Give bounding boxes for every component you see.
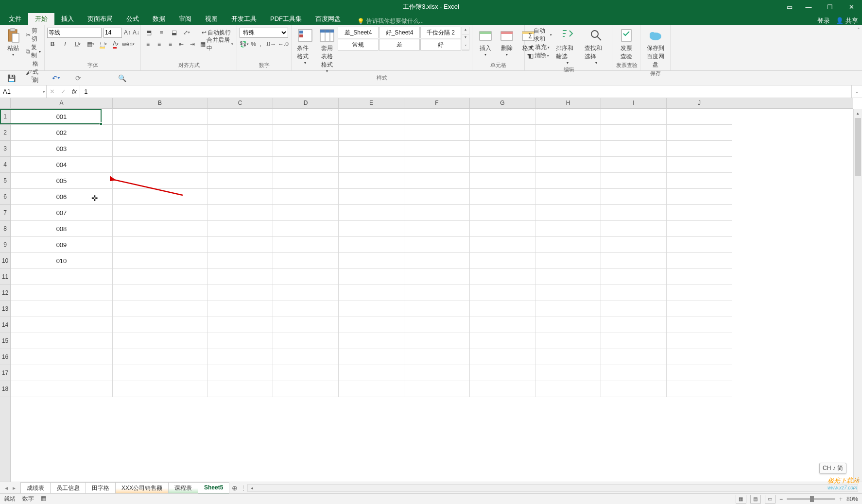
percent-format-icon[interactable]: % xyxy=(251,39,256,50)
cell-B16[interactable] xyxy=(113,349,207,365)
cell-E18[interactable] xyxy=(339,381,404,397)
cell-D9[interactable] xyxy=(273,237,339,253)
cell-E17[interactable] xyxy=(339,365,404,381)
cell-C7[interactable] xyxy=(207,205,273,221)
cell-J3[interactable] xyxy=(667,141,732,157)
cell-H8[interactable] xyxy=(535,221,601,237)
cell-D13[interactable] xyxy=(273,301,339,317)
cell-I2[interactable] xyxy=(601,125,667,141)
row-header-9[interactable]: 9 xyxy=(0,237,10,253)
cell-E10[interactable] xyxy=(339,253,404,269)
namebox-dropdown-icon[interactable]: ▾ xyxy=(43,89,45,94)
cell-E1[interactable] xyxy=(339,109,404,125)
cell-I17[interactable] xyxy=(601,365,667,381)
cell-E5[interactable] xyxy=(339,173,404,189)
sheet-nav[interactable]: ◂▸ xyxy=(0,485,20,491)
expand-formula-bar-icon[interactable]: ⌄ xyxy=(851,85,862,98)
cell-H2[interactable] xyxy=(535,125,601,141)
cell-E11[interactable] xyxy=(339,269,404,285)
cell-C16[interactable] xyxy=(207,349,273,365)
normal-view-button[interactable]: ▦ xyxy=(736,495,746,504)
cell-A16[interactable] xyxy=(11,349,113,365)
scroll-thumb[interactable] xyxy=(855,118,861,176)
cell-E6[interactable] xyxy=(339,189,404,205)
cell-F17[interactable] xyxy=(404,365,470,381)
cell-C3[interactable] xyxy=(207,141,273,157)
cell-J7[interactable] xyxy=(667,205,732,221)
cell-H18[interactable] xyxy=(535,381,601,397)
cell-I5[interactable] xyxy=(601,173,667,189)
styles-gallery-scroll[interactable]: ▴▾⌄ xyxy=(462,27,469,50)
cell-H3[interactable] xyxy=(535,141,601,157)
indent-increase-icon[interactable]: ⇥ xyxy=(188,39,197,50)
accounting-format-icon[interactable]: 💱▾ xyxy=(240,39,249,50)
cell-C11[interactable] xyxy=(207,269,273,285)
cell-G18[interactable] xyxy=(470,381,535,397)
cell-A2[interactable]: 002 xyxy=(11,125,113,141)
cell-G9[interactable] xyxy=(470,237,535,253)
tab-insert[interactable]: 插入 xyxy=(54,13,81,25)
cell-B6[interactable] xyxy=(113,189,207,205)
cell-B12[interactable] xyxy=(113,285,207,301)
column-header-B[interactable]: B xyxy=(113,98,207,108)
cell-C14[interactable] xyxy=(207,317,273,333)
cell-F13[interactable] xyxy=(404,301,470,317)
zoom-slider[interactable] xyxy=(787,498,835,500)
cell-G15[interactable] xyxy=(470,333,535,349)
hscroll-left-icon[interactable]: ◂ xyxy=(248,486,256,490)
row-header-1[interactable]: 1 xyxy=(0,109,10,125)
name-box[interactable]: A1 ▾ xyxy=(0,85,47,98)
cell-J6[interactable] xyxy=(667,189,732,205)
cell-F3[interactable] xyxy=(404,141,470,157)
row-header-14[interactable]: 14 xyxy=(0,317,10,333)
row-header-5[interactable]: 5 xyxy=(0,173,10,189)
align-left-icon[interactable]: ≡ xyxy=(143,39,153,50)
style-bad[interactable]: 差 xyxy=(379,39,420,50)
cell-D7[interactable] xyxy=(273,205,339,221)
cell-B7[interactable] xyxy=(113,205,207,221)
cell-A18[interactable] xyxy=(11,381,113,397)
cell-J18[interactable] xyxy=(667,381,732,397)
cell-A7[interactable]: 007 xyxy=(11,205,113,221)
cell-B8[interactable] xyxy=(113,221,207,237)
cell-F15[interactable] xyxy=(404,333,470,349)
align-middle-icon[interactable]: ≡ xyxy=(156,27,167,38)
cell-H1[interactable] xyxy=(535,109,601,125)
cell-E12[interactable] xyxy=(339,285,404,301)
tab-formulas[interactable]: 公式 xyxy=(120,13,146,25)
wrap-text-button[interactable]: ↩自动换行 xyxy=(201,29,232,37)
cell-J11[interactable] xyxy=(667,269,732,285)
horizontal-scrollbar[interactable]: ◂ ▸ xyxy=(247,484,858,492)
sheet-nav-next-icon[interactable]: ▸ xyxy=(13,485,16,491)
cell-I10[interactable] xyxy=(601,253,667,269)
cell-C5[interactable] xyxy=(207,173,273,189)
cell-A17[interactable] xyxy=(11,365,113,381)
cell-H15[interactable] xyxy=(535,333,601,349)
cell-H9[interactable] xyxy=(535,237,601,253)
style-thousand-sep[interactable]: 千位分隔 2 xyxy=(420,27,461,38)
cell-B15[interactable] xyxy=(113,333,207,349)
row-header-11[interactable]: 11 xyxy=(0,269,10,285)
cell-C1[interactable] xyxy=(207,109,273,125)
cell-B14[interactable] xyxy=(113,317,207,333)
font-name-combo[interactable] xyxy=(47,28,102,38)
cell-A14[interactable] xyxy=(11,317,113,333)
cell-J15[interactable] xyxy=(667,333,732,349)
cell-A13[interactable] xyxy=(11,301,113,317)
cell-A6[interactable]: 006 xyxy=(11,189,113,205)
font-size-combo[interactable] xyxy=(103,28,122,38)
cell-F2[interactable] xyxy=(404,125,470,141)
print-preview-icon[interactable]: 🔍 xyxy=(117,73,127,84)
find-select-button[interactable]: 查找和选择▾ xyxy=(582,27,610,66)
cell-D1[interactable] xyxy=(273,109,339,125)
cell-H10[interactable] xyxy=(535,253,601,269)
cell-I16[interactable] xyxy=(601,349,667,365)
row-header-13[interactable]: 13 xyxy=(0,301,10,317)
cell-I8[interactable] xyxy=(601,221,667,237)
cell-G10[interactable] xyxy=(470,253,535,269)
tab-review[interactable]: 审阅 xyxy=(172,13,198,25)
cell-H12[interactable] xyxy=(535,285,601,301)
cell-G2[interactable] xyxy=(470,125,535,141)
zoom-level[interactable]: 80% xyxy=(846,496,858,503)
cell-F4[interactable] xyxy=(404,157,470,173)
